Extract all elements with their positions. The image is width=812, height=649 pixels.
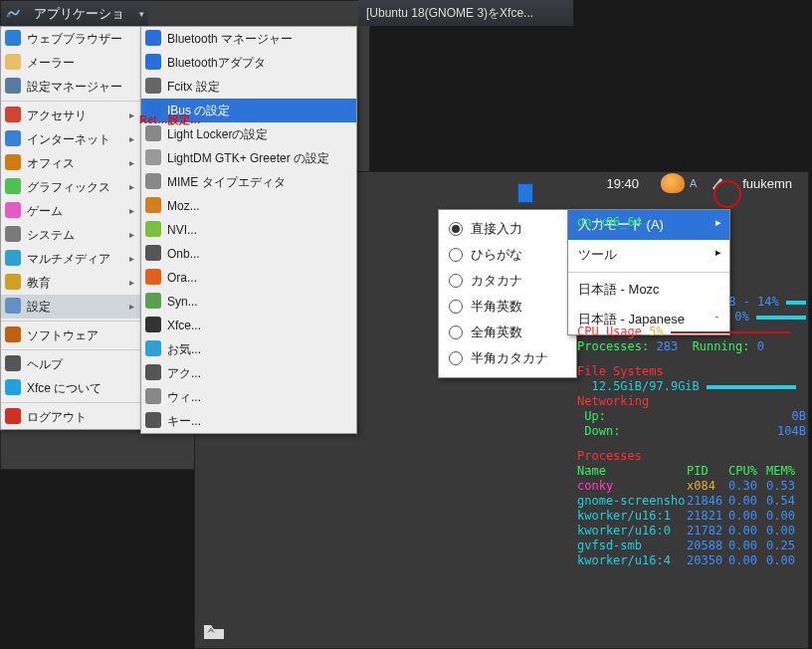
mozc-mode-label: ひらがな (471, 246, 522, 264)
submenu-item-label: Syn... (167, 295, 198, 309)
notification-icon[interactable] (661, 173, 685, 193)
annotation-circle (713, 180, 741, 208)
conky-monitor: on x86_64 8 - 14% - 0% CPU Usage 5% Proc… (577, 215, 806, 568)
submenu-item-label: Fcitx 設定 (167, 80, 220, 94)
menubar: アプリケーション ▾ (1, 1, 148, 27)
menu-item-label: ログアウト (27, 410, 87, 424)
app-menu-item[interactable]: ソフトウェア (1, 324, 140, 347)
menu-item-icon (5, 326, 21, 342)
submenu-item-label: キー... (167, 414, 201, 428)
submenu-item[interactable]: キー... (141, 409, 356, 433)
process-row: kworker/u16:0217820.000.00 (577, 524, 806, 539)
app-menu-item[interactable]: グラフィックス (1, 175, 140, 199)
app-menu-item[interactable]: マルチメディア (1, 247, 140, 271)
menu-item-label: インターネット (27, 132, 110, 146)
menu-item-icon (5, 130, 21, 146)
menu-item-icon (5, 30, 21, 46)
app-menu-item[interactable]: アクセサリ (1, 104, 140, 127)
app-menu-item[interactable]: ヘルプ (1, 352, 140, 376)
submenu-item[interactable]: MIME タイプエディタ (141, 170, 356, 194)
submenu-item-label: Onb... (167, 247, 200, 261)
submenu-item-label: Ora... (167, 271, 197, 285)
submenu-item-icon (145, 149, 161, 165)
menu-item-icon (5, 178, 21, 194)
submenu-item[interactable]: Syn... (141, 290, 356, 314)
submenu-item-label: Xfce... (167, 319, 201, 332)
app-menu-item[interactable]: インターネット (1, 127, 140, 151)
mozc-mode-option[interactable]: 直接入力 (443, 216, 572, 242)
app-menu-item[interactable]: Xfce について (1, 376, 140, 400)
process-row: conkyx0840.300.53 (577, 479, 806, 494)
mozc-mode-option[interactable]: 全角英数 (443, 320, 572, 345)
submenu-item[interactable]: Fcitx 設定 (141, 75, 356, 99)
menu-item-label: 教育 (27, 276, 51, 290)
app-menu-item[interactable]: 設定マネージャー (1, 75, 140, 99)
submenu-item-icon (145, 293, 161, 309)
submenu-item-label: Bluetoothアダプタ (167, 56, 266, 70)
radio-icon (449, 274, 463, 288)
submenu-item-icon (145, 269, 161, 285)
submenu-item-icon (145, 221, 161, 237)
submenu-item-icon (145, 412, 161, 428)
menu-item-icon (5, 154, 21, 170)
applications-menu-popup: ウェブブラウザーメーラー設定マネージャーアクセサリインターネットオフィスグラフィ… (0, 26, 141, 430)
submenu-item[interactable]: Xfce... (141, 314, 356, 337)
applications-menu[interactable]: アプリケーション (26, 1, 137, 27)
submenu-item-icon (145, 125, 161, 141)
app-menu-item[interactable]: 設定 (1, 295, 140, 319)
submenu-item-label: LightDM GTK+ Greeter の設定 (167, 151, 329, 165)
submenu-item[interactable]: お気... (141, 337, 356, 361)
menu-item-label: ウェブブラウザー (27, 32, 122, 46)
process-row: kworker/u16:4203500.000.00 (577, 553, 806, 568)
app-menu-item[interactable]: 教育 (1, 271, 140, 295)
submenu-item-label: お気... (167, 342, 201, 356)
parent-folder-icon[interactable] (199, 619, 229, 643)
mozc-mode-label: 直接入力 (471, 220, 522, 238)
menu-item-label: システム (27, 228, 75, 242)
menu-item-icon (5, 379, 21, 395)
submenu-item-icon (145, 388, 161, 404)
app-menu-item[interactable]: システム (1, 223, 140, 247)
submenu-item-icon (145, 78, 161, 94)
menu-item-label: Xfce について (27, 381, 102, 395)
submenu-item[interactable]: Onb... (141, 242, 356, 266)
submenu-item[interactable]: ウィ... (141, 385, 356, 409)
mozc-input-mode-popup: 直接入力ひらがなカタカナ半角英数全角英数半角カタカナ (438, 209, 577, 378)
workspace-switcher[interactable] (517, 183, 533, 203)
app-menu-item[interactable]: オフィス (1, 151, 140, 175)
process-row: kworker/u16:1218210.000.00 (577, 509, 806, 524)
submenu-item[interactable]: Moz... (141, 194, 356, 218)
submenu-item[interactable]: Bluetooth マネージャー (141, 27, 356, 51)
panel-user[interactable]: fuukemn (742, 176, 792, 191)
menu-item-label: グラフィックス (27, 180, 110, 194)
menu-item-icon (5, 54, 21, 70)
mozc-mode-option[interactable]: カタカナ (443, 268, 572, 294)
app-menu-item[interactable]: ゲーム (1, 199, 140, 223)
radio-icon (449, 248, 463, 262)
radio-icon (449, 300, 463, 314)
submenu-item-icon (145, 364, 161, 380)
mozc-mode-option[interactable]: ひらがな (443, 242, 572, 268)
menu-item-label: 設定マネージャー (27, 80, 122, 94)
submenu-item[interactable]: Bluetoothアダプタ (141, 51, 356, 75)
input-method-icon[interactable]: A (689, 176, 703, 190)
xfce-logo-icon (5, 5, 22, 23)
app-menu-item[interactable]: ウェブブラウザー (1, 27, 140, 51)
radio-icon (449, 351, 463, 365)
mozc-mode-option[interactable]: 半角カタカナ (443, 345, 572, 371)
annotation-text: Ret…設定… (139, 112, 201, 127)
menu-item-icon (5, 107, 21, 122)
submenu-item[interactable]: Ora... (141, 266, 356, 290)
svg-text:A: A (690, 177, 698, 189)
submenu-item-label: MIME タイプエディタ (167, 175, 286, 189)
app-menu-item[interactable]: メーラー (1, 51, 140, 75)
menu-item-icon (5, 202, 21, 218)
submenu-item[interactable]: NVI... (141, 218, 356, 242)
mozc-mode-option[interactable]: 半角英数 (443, 294, 572, 320)
mozc-mode-label: 半角カタカナ (471, 349, 548, 367)
submenu-item-icon (145, 197, 161, 213)
submenu-item[interactable]: アク... (141, 361, 356, 385)
app-menu-item[interactable]: ログアウト (1, 405, 140, 429)
menu-item-icon (5, 274, 21, 290)
submenu-item[interactable]: LightDM GTK+ Greeter の設定 (141, 146, 356, 170)
